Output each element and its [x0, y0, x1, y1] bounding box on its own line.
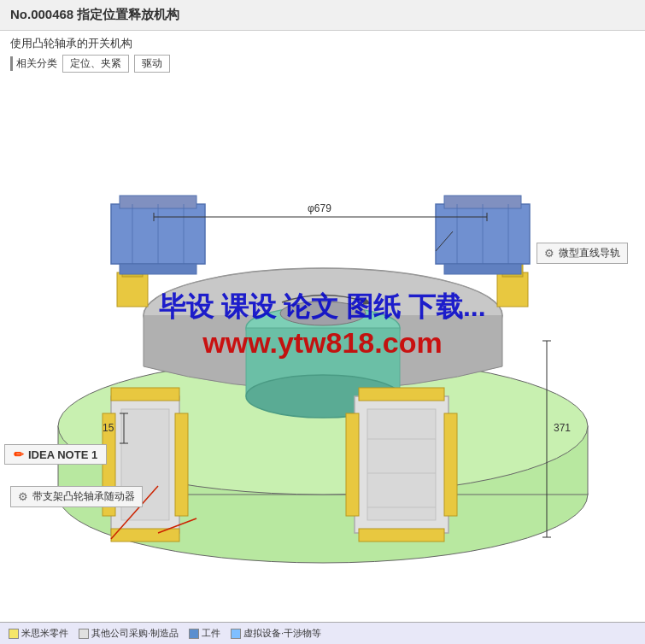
legend-label-misumi: 米思米零件	[21, 627, 68, 640]
dimension-height: 371	[554, 422, 571, 434]
subtitle-text: 使用凸轮轴承的开关机构	[10, 36, 635, 51]
tags-row: 相关分类 定位、夹紧 驱动	[10, 55, 635, 73]
svg-rect-42	[175, 413, 188, 516]
svg-point-8	[280, 302, 366, 325]
svg-rect-35	[359, 529, 444, 542]
legend-swatch-virtual	[231, 629, 241, 639]
legend-swatch-misumi	[9, 629, 19, 639]
legend-misumi: 米思米零件	[9, 627, 68, 640]
annotation-follower-label: 带支架凸轮轴承随动器	[32, 489, 135, 504]
svg-rect-36	[367, 409, 436, 520]
header: No.000468 指定位置释放机构	[0, 0, 645, 31]
gear-icon-guide: ⚙	[544, 247, 554, 260]
page-title: No.000468 指定位置释放机构	[10, 7, 179, 23]
legend-label-other: 其他公司采购·制造品	[91, 627, 179, 640]
svg-rect-44	[111, 529, 179, 542]
dimension-small: 15	[103, 422, 114, 434]
idea-note-label: IDEA NOTE 1	[28, 448, 97, 461]
annotation-guide-label: 微型直线导轨	[559, 246, 620, 261]
annotation-guide: ⚙ 微型直线导轨	[537, 243, 628, 264]
svg-rect-32	[346, 413, 359, 516]
tag-positioning[interactable]: 定位、夹紧	[62, 55, 129, 73]
svg-rect-34	[359, 388, 444, 401]
svg-rect-17	[497, 272, 528, 307]
pencil-icon: ✏	[14, 448, 24, 461]
tag-label: 相关分类	[10, 56, 57, 71]
legend-bar: 米思米零件 其他公司采购·制造品 工件 虚拟设备·干涉物等	[0, 622, 645, 644]
svg-rect-15	[117, 272, 148, 307]
legend-label-virtual: 虚拟设备·干涉物等	[243, 627, 321, 640]
legend-other: 其他公司采购·制造品	[79, 627, 179, 640]
legend-label-workpiece: 工件	[202, 627, 220, 640]
legend-swatch-workpiece	[189, 629, 199, 639]
svg-rect-43	[111, 388, 179, 401]
svg-rect-21	[120, 264, 196, 274]
svg-rect-33	[444, 413, 457, 516]
svg-rect-27	[444, 264, 521, 274]
diagram-container: φ679 371 15 毕设 课设 论文 图纸 下载... www.ytw818…	[0, 76, 645, 580]
annotation-follower: ⚙ 带支架凸轮轴承随动器	[10, 486, 143, 507]
idea-note-1: ✏ IDEA NOTE 1	[4, 444, 107, 465]
tag-drive[interactable]: 驱动	[134, 55, 170, 73]
legend-virtual: 虚拟设备·干涉物等	[231, 627, 321, 640]
gear-icon-follower: ⚙	[18, 490, 28, 503]
legend-workpiece: 工件	[189, 627, 220, 640]
legend-swatch-other	[79, 629, 89, 639]
subtitle-area: 使用凸轮轴承的开关机构 相关分类 定位、夹紧 驱动	[0, 31, 645, 76]
dimension-diameter: φ679	[308, 202, 331, 214]
